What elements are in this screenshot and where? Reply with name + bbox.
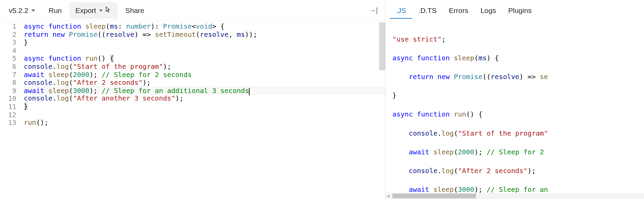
mouse-cursor-icon	[105, 6, 112, 14]
code-line: await sleep(2000); // Sleep for 2 second…	[24, 71, 385, 79]
output-line: }	[392, 91, 644, 101]
code-line: async function run() {	[24, 55, 385, 63]
code-line-current: await sleep(3000); // Sleep for an addit…	[23, 87, 385, 95]
output-line: await sleep(2000); // Sleep for 2	[392, 148, 644, 157]
code-line	[24, 111, 385, 119]
code-line	[24, 47, 385, 55]
output-line: async function sleep(ms) {	[392, 53, 644, 63]
left-pane: v5.2.2 Run Export Share →|	[0, 0, 386, 199]
horizontal-scrollbar[interactable]: ◂	[386, 193, 644, 199]
run-button[interactable]: Run	[43, 2, 68, 19]
code-line: return new Promise((resolve) => setTimeo…	[24, 31, 385, 39]
right-pane: .JS .D.TS Errors Logs Plugins "use stric…	[386, 0, 644, 199]
output-line: "use strict";	[392, 35, 644, 44]
version-label: v5.2.2	[9, 6, 28, 15]
output-line: async function run() {	[392, 110, 644, 119]
tab-dts[interactable]: .D.TS	[412, 2, 443, 19]
version-dropdown[interactable]: v5.2.2	[3, 2, 41, 19]
code-line: console.log("Start of the program");	[24, 63, 385, 71]
code-area[interactable]: async function sleep(ms: number): Promis…	[24, 22, 385, 199]
tab-js[interactable]: .JS	[390, 2, 412, 19]
output-line: await sleep(3000); // Sleep for an	[392, 185, 644, 193]
code-line: console.log("After 2 seconds");	[24, 79, 385, 87]
output-line: console.log("After 2 seconds");	[392, 166, 644, 176]
output-tabs: .JS .D.TS Errors Logs Plugins	[386, 0, 644, 21]
app-root: v5.2.2 Run Export Share →|	[0, 0, 644, 199]
scroll-left-icon[interactable]: ◂	[386, 194, 390, 198]
code-line: }	[24, 39, 385, 47]
code-line: console.log("After another 3 seconds");	[24, 94, 385, 103]
tab-plugins[interactable]: Plugins	[502, 2, 538, 19]
tab-logs[interactable]: Logs	[474, 2, 502, 19]
ts-editor[interactable]: 1 2 3 4 5 6 7 8 9 10 11 12 13 async func…	[0, 21, 385, 199]
export-dropdown[interactable]: Export	[69, 2, 118, 19]
toolbar: v5.2.2 Run Export Share →|	[0, 0, 385, 21]
output-line: return new Promise((resolve) => se	[392, 72, 644, 82]
tab-errors[interactable]: Errors	[443, 2, 474, 19]
code-line: run();	[24, 119, 385, 127]
output-line: console.log("Start of the program"	[392, 129, 644, 138]
text-cursor	[249, 88, 250, 95]
scrollbar-thumb[interactable]	[392, 194, 476, 198]
line-gutter: 1 2 3 4 5 6 7 8 9 10 11 12 13	[0, 22, 24, 199]
collapse-panel-icon[interactable]: →|	[365, 3, 383, 18]
js-output[interactable]: "use strict"; async function sleep(ms) {…	[386, 21, 644, 193]
code-line: }	[24, 103, 385, 111]
chevron-down-icon	[32, 10, 35, 12]
code-line: async function sleep(ms: number): Promis…	[24, 22, 385, 31]
chevron-down-icon	[99, 10, 103, 12]
share-button[interactable]: Share	[119, 2, 150, 19]
